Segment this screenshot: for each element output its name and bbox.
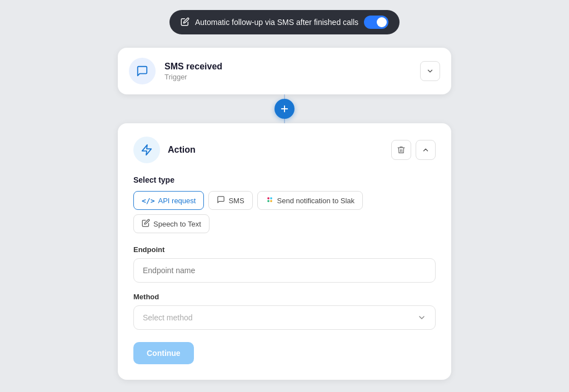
tab-speech-label: Speech to Text xyxy=(153,220,201,228)
method-label: Method xyxy=(133,293,436,301)
canvas: Automatic follow-up via SMS after finish… xyxy=(0,0,569,392)
trigger-subtitle: Trigger xyxy=(164,73,420,81)
tab-slack-label: Send notification to Slak xyxy=(277,197,355,205)
method-placeholder: Select method xyxy=(143,313,193,322)
action-card: Action Select type xyxy=(118,123,451,380)
trigger-icon-circle xyxy=(129,58,156,84)
svg-marker-2 xyxy=(142,145,152,155)
svg-point-4 xyxy=(270,197,272,199)
tab-sms-label: SMS xyxy=(228,197,244,205)
method-select[interactable]: Select method xyxy=(133,305,436,330)
slack-icon xyxy=(266,195,274,205)
bolt-icon xyxy=(141,144,153,156)
type-tabs: </> API request SMS xyxy=(133,191,436,233)
svg-point-5 xyxy=(267,200,269,202)
endpoint-label: Endpoint xyxy=(133,245,436,254)
svg-point-6 xyxy=(270,200,272,202)
delete-button[interactable] xyxy=(391,140,411,160)
svg-point-3 xyxy=(267,197,269,199)
speech-icon xyxy=(142,219,150,229)
action-header: Action xyxy=(133,137,436,163)
chevron-down-icon xyxy=(426,67,434,75)
action-icon-circle xyxy=(133,137,160,163)
chevron-up-icon xyxy=(422,146,430,154)
toggle-switch[interactable] xyxy=(364,16,388,29)
trigger-card: SMS received Trigger xyxy=(118,48,451,94)
action-title: Action xyxy=(168,145,391,155)
sms-tab-icon xyxy=(217,195,225,205)
top-pill-bar: Automatic follow-up via SMS after finish… xyxy=(169,10,400,34)
endpoint-input[interactable] xyxy=(133,258,436,283)
top-pill-text: Automatic follow-up via SMS after finish… xyxy=(195,18,358,27)
edit-icon xyxy=(181,17,189,28)
tab-speech-to-text[interactable]: Speech to Text xyxy=(133,214,209,233)
select-type-label: Select type xyxy=(133,175,436,184)
tab-slack[interactable]: Send notification to Slak xyxy=(257,191,363,210)
tab-api-request[interactable]: </> API request xyxy=(133,191,204,210)
add-step-button[interactable] xyxy=(274,99,295,119)
tab-api-label: API request xyxy=(158,197,196,205)
trash-icon xyxy=(397,145,406,154)
continue-button[interactable]: Continue xyxy=(133,342,194,364)
select-chevron-icon xyxy=(417,313,426,322)
plus-icon xyxy=(279,104,290,114)
collapse-button[interactable] xyxy=(416,140,436,160)
trigger-title: SMS received xyxy=(164,62,420,72)
api-icon: </> xyxy=(142,197,154,205)
action-buttons xyxy=(391,140,436,160)
sms-icon xyxy=(136,65,148,77)
tab-sms[interactable]: SMS xyxy=(208,191,252,210)
trigger-info: SMS received Trigger xyxy=(164,62,420,81)
trigger-chevron-button[interactable] xyxy=(420,61,440,81)
